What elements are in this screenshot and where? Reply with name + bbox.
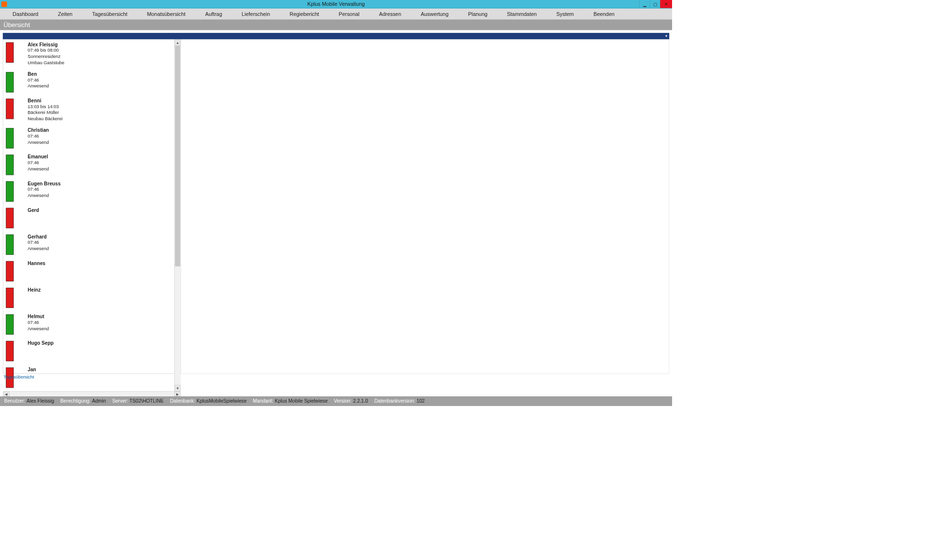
status-indicator	[6, 128, 14, 149]
list-item[interactable]: Benni13:03 bis 14:03Bäckerei MüllerNeuba…	[3, 96, 175, 125]
status-indicator	[6, 72, 14, 92]
entry-line: 07:46	[28, 133, 49, 140]
close-button[interactable]: ✕	[660, 0, 672, 8]
entry-text: Alex Fleissig07:49 bis 08:00Sonnenreside…	[28, 42, 64, 66]
scroll-up-arrow-icon[interactable]: ▲	[175, 40, 181, 46]
window-title: Kplus Mobile Verwaltung	[307, 1, 365, 7]
status-indicator	[6, 261, 14, 281]
entry-line: Anwesend	[28, 139, 49, 145]
titlebar: Kplus Mobile Verwaltung ▁ ▢ ✕	[0, 0, 672, 8]
entry-name: Gerhard	[28, 234, 49, 240]
menu-stammdaten[interactable]: Stammdaten	[497, 11, 547, 16]
entry-name: Jan	[28, 367, 36, 373]
menu-regiebericht[interactable]: Regiebericht	[280, 11, 329, 16]
menu-tagesuebersicht[interactable]: Tagesübersicht	[82, 11, 137, 16]
menu-dashboard[interactable]: Dashboard	[3, 11, 48, 16]
status-mandant: Kplus Mobile Spielwiese	[275, 398, 327, 404]
entry-line: Anwesend	[28, 166, 49, 172]
employee-list-panel: Alex Fleissig07:49 bis 08:00Sonnenreside…	[3, 40, 181, 374]
menu-planung[interactable]: Planung	[458, 11, 497, 16]
scroll-thumb[interactable]	[175, 46, 181, 266]
menu-personal[interactable]: Personal	[329, 11, 369, 16]
status-server: TS02\HOTLINE	[129, 398, 164, 404]
entry-text: Benni13:03 bis 14:03Bäckerei MüllerNeuba…	[28, 98, 62, 122]
entry-text: Heinz	[28, 287, 41, 308]
menu-lieferschein[interactable]: Lieferschein	[232, 11, 280, 16]
entry-name: Emanuel	[28, 154, 49, 160]
list-item[interactable]: Gerd	[3, 205, 175, 232]
horizontal-scrollbar[interactable]: ◀ ▶	[3, 392, 181, 396]
entry-line: Neubau Bäckerei	[28, 116, 62, 122]
list-item[interactable]: Hugo Sepp	[3, 338, 175, 365]
entry-line: 07:46	[28, 239, 49, 246]
menubar: Dashboard Zeiten Tagesübersicht Monatsüb…	[0, 8, 672, 19]
status-perm: Admin	[92, 398, 106, 404]
entry-text: Emanuel07:46Anwesend	[28, 154, 49, 175]
entry-line: Anwesend	[28, 246, 49, 252]
menu-monatsuebersicht[interactable]: Monatsübersicht	[137, 11, 195, 16]
entry-text: Eugen Breuss07:46Anwesend	[28, 181, 60, 202]
menu-auftrag[interactable]: Auftrag	[196, 11, 232, 16]
tagesuebersicht-link[interactable]: Tagesübersicht	[3, 375, 34, 380]
vertical-scrollbar[interactable]: ▲ ▼	[174, 40, 181, 392]
entry-line: 07:46	[28, 160, 49, 166]
entry-line: 13:03 bis 14:03	[28, 103, 62, 110]
scroll-down-arrow-icon[interactable]: ▼	[175, 385, 181, 392]
status-label-mandant: Mandant:	[253, 398, 273, 404]
entry-line: 07:46	[28, 77, 49, 83]
entry-line: Umbau Gaststube	[28, 59, 64, 66]
list-item[interactable]: Christian07:46Anwesend	[3, 126, 175, 152]
entry-text: Hannes	[28, 261, 45, 282]
menu-zeiten[interactable]: Zeiten	[48, 11, 83, 16]
entry-text: Gerhard07:46Anwesend	[28, 234, 49, 255]
entry-name: Hannes	[28, 261, 45, 266]
list-item[interactable]: Hannes	[3, 258, 175, 285]
menu-system[interactable]: System	[547, 11, 584, 16]
status-version: 2.2.1.0	[353, 398, 368, 404]
status-indicator	[6, 155, 14, 175]
menu-beenden[interactable]: Beenden	[584, 11, 624, 16]
entry-name: Ben	[28, 71, 49, 77]
entry-name: Helmut	[28, 314, 49, 320]
status-dbver: 102	[417, 398, 425, 404]
status-label-db: Datenbank:	[170, 398, 195, 404]
list-item[interactable]: Eugen Breuss07:46Anwesend	[3, 179, 175, 205]
entry-line: Anwesend	[28, 193, 60, 199]
app-icon	[1, 1, 7, 7]
entry-name: Alex Fleissig	[28, 42, 64, 47]
entry-line: 07:49 bis 08:00	[28, 47, 64, 54]
entry-name: Benni	[28, 98, 62, 104]
status-label-user: Benutzer:	[4, 398, 25, 404]
status-indicator	[6, 235, 14, 255]
minimize-button[interactable]: ▁	[639, 0, 650, 8]
list-item[interactable]: Helmut07:46Anwesend	[3, 311, 175, 338]
menu-auswertung[interactable]: Auswertung	[411, 11, 458, 16]
status-label-version: Version:	[334, 398, 352, 404]
entry-name: Christian	[28, 127, 49, 133]
scroll-left-arrow-icon[interactable]: ◀	[3, 392, 10, 396]
chevron-down-icon[interactable]: ▾	[665, 34, 667, 38]
menu-adressen[interactable]: Adressen	[369, 11, 411, 16]
list-item[interactable]: Heinz	[3, 285, 175, 311]
entry-text: Gerd	[28, 207, 39, 228]
entry-line: Sonnenresidenz	[28, 54, 64, 60]
employee-list: Alex Fleissig07:49 bis 08:00Sonnenreside…	[3, 40, 175, 392]
status-label-server: Server:	[112, 398, 128, 404]
entry-line: Anwesend	[28, 325, 49, 332]
hscroll-track[interactable]	[10, 392, 174, 396]
list-item[interactable]: Ben07:46Anwesend	[3, 69, 175, 96]
entry-line: 07:46	[28, 186, 60, 193]
status-indicator	[6, 314, 14, 335]
status-indicator	[6, 341, 14, 361]
list-item[interactable]: Emanuel07:46Anwesend	[3, 152, 175, 179]
entry-name: Eugen Breuss	[28, 181, 60, 186]
scroll-right-arrow-icon[interactable]: ▶	[174, 392, 181, 396]
panel-header-strip[interactable]: ▾	[3, 33, 669, 39]
entry-text: Ben07:46Anwesend	[28, 71, 49, 93]
list-item[interactable]: Alex Fleissig07:49 bis 08:00Sonnenreside…	[3, 40, 175, 69]
content-area: Alex Fleissig07:49 bis 08:00Sonnenreside…	[3, 39, 669, 374]
status-label-dbver: Datenbankversion:	[374, 398, 415, 404]
status-indicator	[6, 98, 14, 119]
list-item[interactable]: Gerhard07:46Anwesend	[3, 232, 175, 258]
maximize-button[interactable]: ▢	[650, 0, 660, 8]
